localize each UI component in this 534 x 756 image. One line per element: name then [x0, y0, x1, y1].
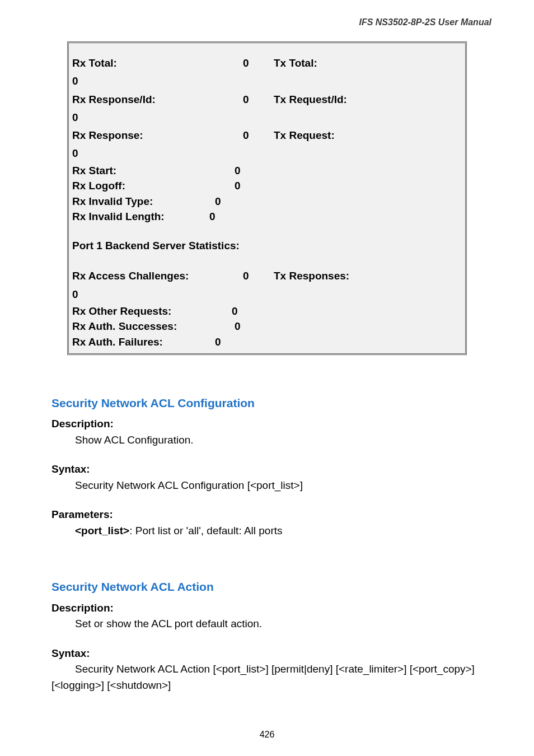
rx-logoff-label: Rx Logoff: [72, 178, 235, 194]
page-header: IFS NS3502-8P-2S User Manual [0, 0, 534, 32]
content-area: Security Network ACL Configuration Descr… [0, 394, 534, 694]
row-rx-respid: Rx Response/Id: 0 Tx Request/Id: [72, 91, 462, 109]
rx-other-value: 0 [232, 304, 263, 319]
page-number: 426 [0, 728, 534, 741]
rx-fail-label: Rx Auth. Failures: [72, 334, 215, 350]
param-key-1: <port_list> [75, 525, 129, 536]
row-rx-start: Rx Start: 0 [72, 163, 462, 179]
acl-config-title: Security Network ACL Configuration [51, 394, 483, 412]
row-rx-total: Rx Total: 0 Tx Total: [72, 54, 462, 72]
section-acl-config: Security Network ACL Configuration Descr… [51, 394, 483, 539]
backend-title: Port 1 Backend Server Statistics: [72, 237, 462, 255]
desc-label-1: Description: [51, 416, 483, 432]
rx-resp-value: 0 [243, 127, 274, 144]
rx-logoff-value: 0 [235, 178, 265, 194]
rx-respid-label: Rx Response/Id: [72, 91, 243, 109]
row-rx-invtype: Rx Invalid Type: 0 [72, 194, 462, 209]
row-rx-resp: Rx Response: 0 Tx Request: [72, 127, 462, 144]
section-acl-action: Security Network ACL Action Description:… [51, 578, 483, 693]
tx-total-label: Tx Total: [274, 54, 462, 72]
syntax-line-1: Security Network ACL Action [<port_list>… [75, 661, 483, 678]
rx-fail-value: 0 [215, 334, 246, 350]
syntax-line-2: [<logging>] [<shutdown>] [51, 678, 483, 694]
statistics-box: Rx Total: 0 Tx Total: 0 Rx Response/Id: … [67, 41, 467, 355]
rx-invlen-value: 0 [209, 209, 240, 225]
rx-invlen-label: Rx Invalid Length: [72, 209, 209, 225]
rx-other-label: Rx Other Requests: [72, 304, 232, 319]
rx-accch-value: 0 [243, 267, 274, 285]
rx-total-value: 0 [243, 54, 274, 72]
tx-req-label: Tx Request: [274, 127, 462, 144]
rx-accch-label: Rx Access Challenges: [72, 267, 243, 285]
rx-respid-value: 0 [243, 91, 274, 109]
rx-resp-label: Rx Response: [72, 127, 243, 144]
param-list-1: <port_list>: Port list or 'all', default… [75, 523, 483, 539]
desc-label-2: Description: [51, 600, 483, 617]
zero-1: 0 [72, 72, 462, 90]
syntax-label-2: Syntax: [51, 646, 483, 662]
tx-resps-label: Tx Responses: [274, 267, 462, 285]
syntax-body-1: Security Network ACL Configuration [<por… [75, 478, 483, 494]
acl-action-title: Security Network ACL Action [51, 578, 483, 596]
row-rx-other: Rx Other Requests: 0 [72, 304, 462, 319]
syntax-label-1: Syntax: [51, 461, 483, 478]
row-rx-succ: Rx Auth. Successes: 0 [72, 319, 462, 334]
rx-start-label: Rx Start: [72, 163, 235, 179]
params-label-1: Parameters: [51, 507, 483, 523]
tx-reqid-label: Tx Request/Id: [274, 91, 462, 109]
zero-4: 0 [72, 286, 462, 304]
zero-2: 0 [72, 109, 462, 127]
desc-body-1: Show ACL Configuration. [75, 432, 483, 449]
row-rx-logoff: Rx Logoff: 0 [72, 178, 462, 194]
row-rx-invlen: Rx Invalid Length: 0 [72, 209, 462, 225]
param-text-1: : Port list or 'all', default: All ports [129, 525, 282, 536]
row-rx-accch: Rx Access Challenges: 0 Tx Responses: [72, 267, 462, 285]
rx-succ-label: Rx Auth. Successes: [72, 319, 235, 334]
rx-invtype-value: 0 [215, 194, 246, 209]
rx-start-value: 0 [235, 163, 265, 179]
backend-title-text: Port 1 Backend Server Statistics: [72, 237, 240, 255]
rx-succ-value: 0 [235, 319, 265, 334]
rx-invtype-label: Rx Invalid Type: [72, 194, 215, 209]
row-rx-fail: Rx Auth. Failures: 0 [72, 334, 462, 350]
zero-3: 0 [72, 144, 462, 162]
desc-body-2: Set or show the ACL port default action. [75, 616, 483, 632]
rx-total-label: Rx Total: [72, 54, 243, 72]
